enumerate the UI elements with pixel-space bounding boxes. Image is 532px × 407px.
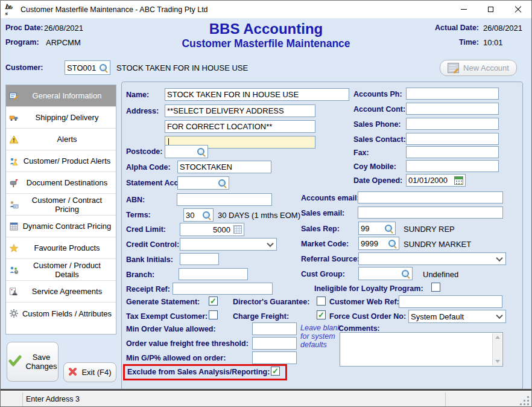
sales-email-label: Sales email: — [301, 209, 344, 217]
chevron-down-icon — [496, 312, 502, 319]
terms-input[interactable]: 30 — [183, 208, 214, 222]
postcode-input[interactable] — [165, 145, 208, 158]
referral-source-label: Referral Source: — [301, 255, 359, 263]
coy-mobile-input[interactable] — [406, 160, 499, 172]
ineligible-loyalty-label: Ineligible for Loyalty Program: — [314, 284, 423, 293]
market-code-description: SUNDRY MARKET — [404, 240, 471, 249]
credit-control-label: Credit Control: — [126, 240, 179, 249]
bank-initials-label: Bank Initials: — [126, 255, 173, 264]
accounts-ph-input[interactable] — [406, 88, 499, 100]
directors-guarantee-label: Director's Guarantee: — [233, 298, 309, 306]
customer-web-ref-input[interactable] — [399, 295, 502, 308]
green-check-icon — [8, 355, 22, 369]
sales-contact-input[interactable] — [406, 133, 499, 145]
ineligible-loyalty-checkbox[interactable] — [431, 283, 440, 292]
magnifier-icon[interactable] — [202, 211, 211, 220]
magnifier-icon[interactable] — [218, 179, 227, 188]
calendar-icon[interactable] — [454, 176, 463, 185]
sales-rep-input[interactable]: 99 — [358, 222, 396, 235]
bbs-logo-icon: bbs — [5, 4, 16, 15]
sales-phone-input[interactable] — [406, 118, 499, 130]
alpha-code-label: Alpha Code: — [126, 163, 171, 171]
min-order-value-label: Min Order Value allowed: — [126, 325, 216, 333]
sidebar-item-alerts[interactable]: Alerts — [6, 129, 116, 150]
comments-scrollbar[interactable] — [492, 333, 502, 365]
new-account-button[interactable]: New Account — [440, 60, 517, 76]
sidebar-item-customer-product-details[interactable]: Customer / Product Details — [6, 259, 116, 281]
save-changes-button[interactable]: Save Changes — [7, 342, 59, 382]
credit-control-select[interactable] — [180, 238, 277, 251]
title-bar: bbs Customer Masterfile Maintenance - AB… — [1, 1, 531, 19]
cust-group-input[interactable] — [358, 267, 413, 280]
tax-exempt-checkbox[interactable] — [209, 310, 218, 319]
min-gp-allowed-input[interactable] — [252, 351, 297, 364]
calculator-icon[interactable] — [233, 225, 242, 234]
date-opened-input[interactable]: 01/01/2000 — [406, 174, 466, 187]
magnifier-icon[interactable] — [388, 239, 397, 248]
min-order-value-input[interactable] — [252, 322, 297, 335]
minimize-button[interactable] — [450, 1, 477, 18]
status-message: Enter Address 3 — [26, 395, 80, 403]
customer-web-ref-label: Customer Web Ref: — [329, 298, 399, 306]
charge-freight-checkbox[interactable] — [317, 310, 326, 319]
cust-group-label: Cust Group: — [301, 270, 345, 278]
sidebar-item-custom-fields-attributes[interactable]: Custom Fields / Attributes — [6, 303, 116, 324]
receipt-ref-label: Receipt Ref: — [126, 285, 170, 293]
alpha-code-input[interactable]: STOCKTAKEN — [177, 161, 271, 173]
accounts-email-input[interactable] — [358, 191, 503, 204]
resize-grip[interactable] — [527, 403, 529, 405]
freight-free-threshold-input[interactable] — [252, 337, 297, 350]
accounts-ph-label: Accounts Ph: — [353, 90, 402, 98]
scroll-up-icon[interactable] — [495, 336, 500, 339]
sidebar-item-shipping-delivery[interactable]: Shipping/ Delivery — [6, 107, 116, 129]
market-code-input[interactable]: 9999 — [358, 237, 399, 250]
sidebar-item-customer-product-alerts[interactable]: Customer/ Product Alerts — [6, 150, 116, 172]
address-line1-input[interactable]: **SELECT DELIVERY ADDRESS — [165, 104, 315, 117]
time-label: Time: — [459, 38, 479, 46]
close-button[interactable] — [504, 1, 531, 18]
referral-source-select[interactable] — [358, 252, 506, 265]
abn-input[interactable] — [177, 193, 272, 206]
sidebar-item-dynamic-contract-pricing[interactable]: Dynamic Contract Pricing — [6, 216, 116, 237]
page-subtitle: Customer Masterfile Maintenance — [1, 37, 531, 50]
receipt-ref-input[interactable] — [173, 283, 273, 295]
magnifier-icon[interactable] — [401, 269, 410, 278]
name-input[interactable]: STOCK TAKEN FOR IN HOUSE USE — [165, 88, 349, 101]
magnifier-icon[interactable] — [99, 63, 108, 72]
sidebar-item-document-destinations[interactable]: Document Destinations — [6, 172, 116, 194]
actual-date-value: 26/08/2021 — [483, 24, 522, 33]
minimize-icon — [461, 9, 467, 10]
force-cust-order-no-select[interactable]: System Default — [408, 310, 506, 323]
sales-email-input[interactable] — [358, 207, 503, 219]
cred-limit-input[interactable]: 5000 — [180, 223, 244, 236]
note-edit-icon — [448, 63, 459, 73]
magnifier-icon[interactable] — [384, 224, 393, 233]
status-divider — [22, 393, 23, 406]
statement-acc-input[interactable] — [177, 176, 229, 190]
postcode-label: Postcode: — [126, 147, 162, 156]
customer-label: Customer: — [5, 63, 43, 72]
date-opened-label: Date Opened: — [353, 176, 402, 185]
sidebar-item-service-agreements[interactable]: Service Agreements — [6, 281, 116, 303]
comments-textarea[interactable] — [340, 332, 503, 367]
exclude-sales-checkbox[interactable] — [271, 367, 280, 376]
scroll-down-icon[interactable] — [495, 360, 500, 363]
directors-guarantee-checkbox[interactable] — [317, 296, 326, 306]
market-code-label: Market Code: — [301, 240, 349, 248]
exit-button[interactable]: Exit (F4) — [63, 362, 116, 382]
sidebar-item-favourite-products[interactable]: Favourite Products — [6, 237, 116, 259]
sidebar-item-customer-contract-pricing[interactable]: Customer / Contract Pricing — [6, 194, 116, 216]
min-gp-allowed-label: Min G/P% allowed on order: — [126, 354, 226, 362]
address-line2-input[interactable]: FOR CORRECT LOCATION** — [165, 120, 315, 133]
maximize-button[interactable] — [477, 1, 504, 18]
magnifier-icon[interactable] — [197, 147, 206, 156]
branch-input[interactable] — [179, 268, 248, 280]
customer-code-input[interactable]: STO001 — [65, 60, 110, 75]
account-cont-input[interactable] — [406, 103, 499, 115]
generate-statement-checkbox[interactable] — [209, 296, 218, 306]
red-cross-icon — [68, 367, 77, 378]
star-icon — [9, 243, 21, 253]
fax-input[interactable] — [406, 146, 499, 158]
bank-initials-input[interactable] — [180, 253, 219, 265]
sidebar-item-general-information[interactable]: General Information — [6, 85, 116, 107]
